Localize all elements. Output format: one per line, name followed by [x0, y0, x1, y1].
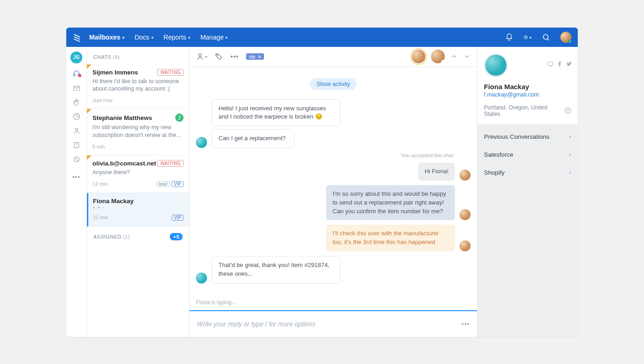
chevron-down-icon: ▾ [529, 35, 532, 40]
conv-preview: Hi there I'd like to talk to someone abo… [92, 78, 184, 93]
more-icon[interactable]: ••• [230, 53, 239, 60]
conv-name: Sijmen Immens [92, 69, 138, 76]
app-frame: Mailboxes▾ Docs▾ Reports▾ Manage▾ ▾ [66, 28, 578, 337]
typing-dots-icon: • • · [93, 205, 184, 210]
person-icon[interactable] [73, 127, 80, 135]
lifering-icon[interactable]: ▾ [523, 33, 532, 41]
participant-avatar[interactable] [412, 50, 426, 63]
svg-rect-3 [74, 74, 75, 76]
conversation-item[interactable]: olivia.b@comcast.net WAITING Anyone ther… [87, 155, 189, 193]
conv-time: Just now [92, 97, 112, 103]
profile-name: Fiona Mackay [484, 83, 571, 91]
agent-avatar [460, 170, 471, 181]
count-badge: 2 [175, 114, 184, 122]
accordion-item[interactable]: Shopify ▾ [477, 164, 578, 182]
conv-name: olivia.b@comcast.net [92, 160, 156, 167]
website-icon[interactable] [547, 61, 554, 68]
block-icon[interactable] [73, 155, 80, 163]
conversation-item[interactable]: Sijmen Immens WAITING Hi there I'd like … [87, 64, 189, 109]
facebook-icon[interactable] [557, 61, 563, 68]
nav-docs[interactable]: Docs▾ [135, 34, 154, 41]
agent-avatar [460, 209, 471, 220]
tag-vip: VIP [172, 181, 184, 187]
waiting-badge: WAITING [157, 160, 184, 167]
conversation-toolbar: ▾ ••• vip ✕ [190, 47, 477, 67]
nav-reports[interactable]: Reports▾ [164, 34, 190, 41]
message-bubble: Can I get a replacement? [212, 129, 294, 148]
nav-right: ▾ [505, 32, 571, 43]
conv-name: Fiona Mackay [93, 198, 134, 205]
pie-chart-icon[interactable] [73, 113, 80, 120]
hand-icon[interactable] [73, 98, 80, 106]
conversation-item-active[interactable]: Fiona Mackay • • · 22 min VIP [87, 193, 189, 227]
archive-icon[interactable] [73, 141, 80, 149]
show-activity-button[interactable]: Show activity [310, 78, 356, 90]
nav-items: Mailboxes▾ Docs▾ Reports▾ Manage▾ [89, 34, 228, 41]
message-row: I'll check this over with the manufactur… [196, 225, 471, 251]
message-bubble: I'm so sorry about this and would be hap… [326, 185, 455, 221]
accordion-label: Shopify [484, 169, 505, 176]
search-icon[interactable] [542, 33, 550, 41]
svg-point-1 [525, 36, 526, 38]
tag-row: VIP [172, 215, 184, 221]
envelope-icon[interactable] [73, 84, 80, 92]
profile-avatar [484, 53, 508, 77]
svg-rect-8 [74, 142, 79, 147]
system-note: You accepted the chat [196, 153, 453, 158]
tag: lead [156, 181, 170, 187]
accordion-item[interactable]: Salesforce ▾ [477, 146, 578, 164]
toolbar-right [412, 50, 471, 63]
section-label: CHATS [93, 54, 111, 60]
workspace-initials: JG [73, 55, 79, 60]
profile-card: Fiona Mackay f.mackay@gmail.com Portland… [477, 47, 578, 125]
svg-point-7 [75, 128, 78, 131]
composer: ••• [190, 310, 477, 337]
remove-tag-button[interactable]: ✕ [258, 54, 261, 59]
customer-avatar [196, 273, 207, 284]
unread-indicator-icon [87, 155, 92, 160]
assigned-more-pill[interactable]: +5 [170, 233, 183, 240]
bell-icon[interactable] [505, 33, 513, 41]
nav-label: Mailboxes [89, 34, 121, 41]
section-label: ASSIGNED [93, 234, 121, 239]
presence-dot-icon [568, 40, 572, 43]
vip-label: vip [249, 54, 255, 59]
accordion-label: Previous Conversations [484, 133, 550, 140]
chevron-down-icon: ▾ [151, 35, 154, 40]
internal-note-bubble: I'll check this over with the manufactur… [326, 225, 455, 251]
composer-more-icon[interactable]: ••• [461, 320, 470, 328]
assigned-header: ASSIGNED (1) +5 [87, 227, 189, 245]
notification-dot-icon [78, 74, 81, 77]
more-icon[interactable]: ••• [72, 173, 80, 181]
prev-conversation-button[interactable] [450, 53, 458, 60]
social-icons [547, 61, 572, 68]
reply-input[interactable] [197, 320, 456, 328]
workspace-avatar[interactable]: JG [70, 51, 82, 63]
user-avatar[interactable] [560, 32, 571, 43]
gear-icon[interactable] [564, 107, 571, 114]
conv-time: 5 min [92, 144, 105, 149]
chat-list: CHATS (4) Sijmen Immens WAITING Hi there… [87, 47, 190, 337]
twitter-icon[interactable] [566, 61, 572, 68]
nav-label: Reports [164, 34, 186, 41]
svg-point-10 [199, 54, 201, 57]
headset-icon[interactable] [73, 70, 80, 78]
nav-mailboxes[interactable]: Mailboxes▾ [89, 34, 125, 41]
conversation-item[interactable]: Stephanie Matthews 2 I'm still wondering… [87, 109, 189, 155]
accordion-item[interactable]: Previous Conversations ▾ [477, 128, 578, 146]
nav-label: Docs [135, 34, 150, 41]
customer-avatar [196, 137, 207, 148]
conv-preview: Anyone there? [92, 169, 184, 176]
tag-icon[interactable] [215, 52, 223, 61]
assign-user-icon[interactable]: ▾ [196, 52, 207, 61]
conv-name: Stephanie Matthews [92, 114, 152, 121]
section-count: (4) [113, 54, 120, 60]
profile-sidebar: Fiona Mackay f.mackay@gmail.com Portland… [477, 47, 578, 337]
next-conversation-button[interactable] [463, 53, 471, 60]
conv-time: 12 min [92, 181, 108, 187]
chevron-down-icon: ▾ [205, 55, 207, 59]
profile-email[interactable]: f.mackay@gmail.com [484, 91, 571, 98]
conversation-pane: ▾ ••• vip ✕ [190, 47, 477, 337]
nav-manage[interactable]: Manage▾ [201, 34, 228, 41]
participant-avatar[interactable] [431, 50, 445, 63]
